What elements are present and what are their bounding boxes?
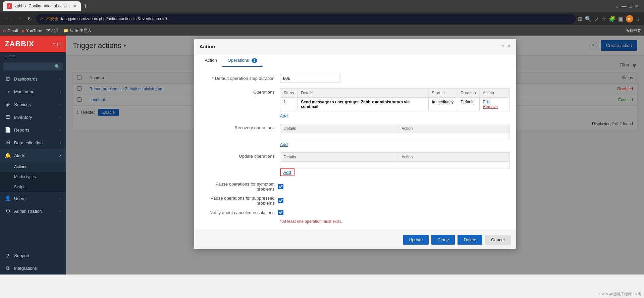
ops-table-row: 1 Send message to user groups: Zabbix ad… xyxy=(280,98,509,111)
checkbox-suppressed[interactable] xyxy=(278,198,283,203)
services-icon: ◈ xyxy=(5,101,11,107)
action-modal: Action ? × Action Operations 1 xyxy=(194,39,516,249)
sidebar-item-integrations[interactable]: ⧉ Integrations xyxy=(0,262,66,275)
refresh-btn[interactable]: ↻ xyxy=(25,14,34,23)
logo-controls: « ◫ xyxy=(52,41,61,47)
monitoring-arrow-icon: › xyxy=(60,90,61,94)
new-tab-btn[interactable]: + xyxy=(81,2,90,10)
extensions-icon[interactable]: 🧩 xyxy=(609,16,615,22)
checkbox-symptom[interactable] xyxy=(278,184,283,189)
minimize-restore-btn[interactable]: ⌄ xyxy=(615,3,619,9)
profile-icon[interactable]: m xyxy=(626,15,633,22)
window-close-btn[interactable]: ✕ xyxy=(635,3,639,9)
update-empty-cell xyxy=(280,162,509,168)
security-label: 不安全 xyxy=(46,16,58,22)
recovery-add-link[interactable]: Add xyxy=(280,142,288,147)
checkbox-row-symptom: Pause operations for symptom problems xyxy=(201,182,509,192)
tab-favicon: Z xyxy=(7,3,12,9)
update-add-btn-highlighted[interactable]: Add xyxy=(280,170,294,175)
app-container: ZABBIX « ◫ zabbix 🔍 ⊞ Dashboards › ○ Mon… xyxy=(0,36,644,275)
checkbox-canceled[interactable] xyxy=(278,210,283,215)
window-minimize-btn[interactable]: — xyxy=(622,3,627,9)
step-duration-input[interactable] xyxy=(280,74,340,83)
modal-header-controls: ? × xyxy=(501,43,511,50)
operations-add-link[interactable]: Add xyxy=(280,113,288,118)
bookmark-icon[interactable]: ☆ xyxy=(601,16,606,22)
sidebar-subnav-actions[interactable]: Actions xyxy=(0,162,66,172)
users-arrow-icon: › xyxy=(60,197,61,200)
recovery-col-action: Action xyxy=(398,124,509,133)
ops-row-details: Send message to user groups: Zabbix admi… xyxy=(298,98,428,111)
sidebar-search-input[interactable] xyxy=(3,62,63,70)
modal-footer: Update Clone Delete Cancel xyxy=(194,231,516,249)
services-arrow-icon: › xyxy=(60,103,61,106)
recovery-col-details: Details xyxy=(280,124,398,133)
operations-section-label: Operations xyxy=(201,88,275,95)
translate-icon[interactable]: ⊞ xyxy=(578,16,582,22)
sidebar-item-label-inventory: Inventory xyxy=(14,115,32,120)
tab-close-btn[interactable]: ✕ xyxy=(73,3,77,9)
bookmark-all[interactable]: 所有书签 xyxy=(625,28,641,34)
browser-bookmark-bar: ✉ Gmail ▶ YouTube 🗺 地图 📁 从 IE 中导入 所有书签 xyxy=(0,26,644,36)
update-table-body xyxy=(280,162,509,168)
inventory-arrow-icon: › xyxy=(60,115,61,119)
modal-close-button[interactable]: × xyxy=(507,43,511,50)
sidebar-item-administration[interactable]: ⚙ Administration › xyxy=(0,205,66,217)
delete-button[interactable]: Delete xyxy=(458,235,482,245)
monitoring-icon: ○ xyxy=(5,89,11,95)
update-add-link[interactable]: Add xyxy=(280,168,294,176)
tab-action[interactable]: Action xyxy=(200,54,222,67)
data-collection-icon: ⛁ xyxy=(5,140,11,146)
sidebar-item-inventory[interactable]: ☰ Inventory › xyxy=(0,111,66,123)
browser-tab-active[interactable]: Z zabbix: Configuration of actio... ✕ xyxy=(3,1,81,11)
sidebar-search-wrapper: 🔍 xyxy=(3,62,63,70)
ops-table-body: 1 Send message to user groups: Zabbix ad… xyxy=(280,98,509,111)
menu-icon[interactable]: ⋮ xyxy=(636,16,641,22)
bookmark-youtube[interactable]: ▶ YouTube xyxy=(22,29,42,33)
bookmark-ie[interactable]: 📁 从 IE 中导入 xyxy=(63,28,92,34)
forward-btn[interactable]: → xyxy=(14,14,23,23)
ops-remove-link[interactable]: Remove xyxy=(483,104,498,109)
tab-operations[interactable]: Operations 1 xyxy=(222,54,263,67)
sidebar-subtitle: zabbix xyxy=(0,52,66,60)
address-bar[interactable]: ⚠ 不安全 tanggxin.com/zabbix.php?action=act… xyxy=(36,14,576,24)
bookmark-gmail[interactable]: ✉ Gmail xyxy=(3,29,18,33)
update-table-wrapper: Details Action xyxy=(280,152,509,176)
recovery-table: Details Action xyxy=(280,124,509,140)
sidebar-item-alerts[interactable]: 🔔 Alerts ∧ xyxy=(0,149,66,162)
clone-button[interactable]: Clone xyxy=(431,235,455,245)
update-operations-section: Update operations Details Action xyxy=(201,152,509,176)
sidebar-item-monitoring[interactable]: ○ Monitoring › xyxy=(0,85,66,98)
modal-help-icon[interactable]: ? xyxy=(501,44,504,49)
update-button[interactable]: Update xyxy=(403,235,429,245)
window-maximize-btn[interactable]: □ xyxy=(629,3,632,9)
sidebar-item-users[interactable]: 👤 Users › xyxy=(0,192,66,205)
administration-arrow-icon: › xyxy=(60,209,61,213)
sidebar-item-support[interactable]: ? Support xyxy=(0,249,66,262)
sidebar-subnav-scripts[interactable]: Scripts xyxy=(0,182,66,192)
alerts-arrow-icon: ∧ xyxy=(59,154,61,157)
sidebar-item-dashboards[interactable]: ⊞ Dashboards › xyxy=(0,72,66,85)
cancel-button[interactable]: Cancel xyxy=(485,235,511,245)
integrations-icon: ⧉ xyxy=(5,265,11,271)
sidebar: ZABBIX « ◫ zabbix 🔍 ⊞ Dashboards › ○ Mon… xyxy=(0,36,66,275)
sidebar-item-reports[interactable]: 📄 Reports › xyxy=(0,123,66,136)
ops-col-start-in: Start in xyxy=(428,89,457,98)
pin-sidebar-btn[interactable]: ◫ xyxy=(57,41,61,47)
share-icon[interactable]: ↗ xyxy=(594,16,599,22)
back-btn[interactable]: ← xyxy=(3,14,12,23)
checkbox-row-canceled: Notify about canceled escalations xyxy=(201,210,509,215)
sidebar-item-label-support: Support xyxy=(14,253,30,258)
sidebar-item-label-dashboards: Dashboards xyxy=(14,77,38,82)
sidebar-item-data-collection[interactable]: ⛁ Data collection › xyxy=(0,136,66,149)
ops-edit-link[interactable]: Edit xyxy=(483,100,490,104)
modal-body: * Default operation step duration Operat… xyxy=(194,67,516,231)
sidebar-item-services[interactable]: ◈ Services › xyxy=(0,98,66,111)
collapse-sidebar-btn[interactable]: « xyxy=(52,41,55,47)
search-icon[interactable]: 🔍 xyxy=(585,16,592,22)
bookmark-map[interactable]: 🗺 地图 xyxy=(46,28,59,34)
modal-overlay: Action ? × Action Operations 1 xyxy=(66,36,644,275)
ops-row-details-text: Send message to user groups: Zabbix admi… xyxy=(301,100,410,109)
sidebar-toggle-icon[interactable]: ▣ xyxy=(618,16,623,22)
sidebar-subnav-media-types[interactable]: Media types xyxy=(0,172,66,182)
